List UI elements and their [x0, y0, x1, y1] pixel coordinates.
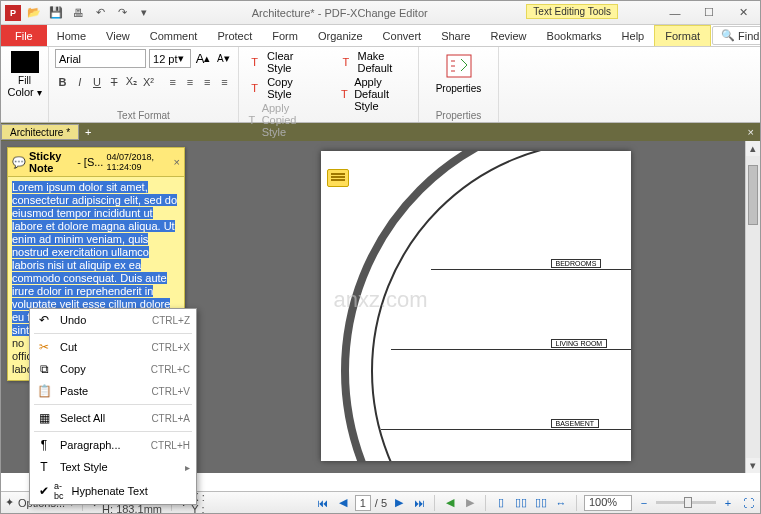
qat-more-icon[interactable]: ▾	[135, 4, 153, 22]
file-tab[interactable]: File	[1, 25, 47, 46]
vertical-scrollbar[interactable]: ▴ ▾	[745, 141, 760, 473]
superscript-icon[interactable]: X²	[141, 72, 156, 91]
ctx-paste[interactable]: 📋PasteCTRL+V	[30, 380, 196, 402]
ctx-select-all[interactable]: ▦Select AllCTRL+A	[30, 407, 196, 429]
align-left-icon[interactable]: ≡	[165, 72, 180, 91]
ctx-undo[interactable]: ↶UndoCTRL+Z	[30, 309, 196, 331]
zoom-in-icon[interactable]: +	[720, 495, 736, 511]
fill-color-group: Fill Color ▾	[1, 47, 49, 122]
close-icon[interactable]: ✕	[726, 2, 760, 24]
styles-group: TClear Style TCopy Style TApply Copied S…	[239, 47, 419, 122]
clear-style-button[interactable]: TClear Style	[245, 49, 320, 75]
help-tab[interactable]: Help	[612, 25, 655, 46]
save-icon[interactable]: 💾	[47, 4, 65, 22]
scroll-thumb[interactable]	[748, 165, 758, 225]
format-tab[interactable]: Format	[654, 25, 711, 46]
font-size-input[interactable]: 12 pt ▾	[149, 49, 191, 68]
shrink-font-icon[interactable]: A▾	[215, 49, 232, 68]
ctx-paragraph[interactable]: ¶Paragraph...CTRL+H	[30, 434, 196, 456]
convert-tab[interactable]: Convert	[373, 25, 432, 46]
nav-first-icon[interactable]: ⏮	[315, 495, 331, 511]
maximize-icon[interactable]: ☐	[692, 2, 726, 24]
document-tab[interactable]: Architecture *	[1, 124, 79, 140]
sticky-close-icon[interactable]: ×	[174, 156, 180, 168]
undo-icon[interactable]: ↶	[91, 4, 109, 22]
sticky-user: [S...	[84, 156, 104, 168]
page-number-input[interactable]: 1	[355, 495, 371, 511]
find-icon: 🔍	[721, 29, 735, 42]
bookmarks-tab[interactable]: Bookmarks	[537, 25, 612, 46]
strike-icon[interactable]: T	[107, 72, 122, 91]
ctx-copy[interactable]: ⧉CopyCTRL+C	[30, 358, 196, 380]
underline-icon[interactable]: U	[89, 72, 104, 91]
options-icon[interactable]: ✦	[5, 496, 14, 509]
fit-width-icon[interactable]: ↔	[553, 495, 569, 511]
zoom-out-icon[interactable]: −	[636, 495, 652, 511]
properties-icon	[445, 53, 473, 79]
sticky-note-icon: 💬	[12, 156, 26, 169]
italic-icon[interactable]: I	[72, 72, 87, 91]
form-tab[interactable]: Form	[262, 25, 308, 46]
apply-copied-icon: T	[247, 112, 257, 128]
fullscreen-icon[interactable]: ⛶	[740, 495, 756, 511]
font-name-input[interactable]: Arial	[55, 49, 146, 68]
view-tab[interactable]: View	[96, 25, 140, 46]
clear-style-icon: T	[247, 54, 262, 70]
nav-next-icon[interactable]: ▶	[391, 495, 407, 511]
floor-line	[391, 349, 631, 350]
apply-default-icon: T	[340, 86, 350, 102]
nav-prev-icon[interactable]: ◀	[335, 495, 351, 511]
make-default-button[interactable]: TMake Default	[338, 49, 413, 75]
redo-icon[interactable]: ↷	[113, 4, 131, 22]
zoom-input[interactable]: 100%	[584, 495, 632, 511]
copy-style-button[interactable]: TCopy Style	[245, 75, 320, 101]
copy-icon: ⧉	[36, 361, 52, 377]
continuous-icon[interactable]: ▯▯	[513, 495, 529, 511]
nav-last-icon[interactable]: ⏭	[411, 495, 427, 511]
floor-line	[381, 429, 631, 430]
scroll-up-icon[interactable]: ▴	[746, 141, 760, 156]
share-tab[interactable]: Share	[431, 25, 480, 46]
apply-default-button[interactable]: TApply Default Style	[338, 75, 413, 113]
floor-line	[431, 269, 631, 270]
page-canvas[interactable]: BEDROOMS LIVING ROOM BASEMENT	[191, 141, 760, 473]
subscript-icon[interactable]: X₂	[124, 72, 139, 91]
bedrooms-label: BEDROOMS	[551, 259, 602, 268]
contextual-tab-label: Text Editing Tools	[526, 4, 618, 19]
align-right-icon[interactable]: ≡	[200, 72, 215, 91]
zoom-slider-thumb[interactable]	[684, 497, 692, 508]
open-icon[interactable]: 📂	[25, 4, 43, 22]
find-label: Find...	[738, 30, 761, 42]
comment-tab[interactable]: Comment	[140, 25, 208, 46]
align-justify-icon[interactable]: ≡	[217, 72, 232, 91]
apply-copied-style-button[interactable]: TApply Copied Style	[245, 101, 320, 139]
two-page-icon[interactable]: ▯▯	[533, 495, 549, 511]
app-icon: P	[5, 5, 21, 21]
align-center-icon[interactable]: ≡	[182, 72, 197, 91]
tabstrip-close-icon[interactable]: ×	[742, 126, 760, 138]
find-button[interactable]: 🔍Find...	[712, 26, 761, 45]
review-tab[interactable]: Review	[480, 25, 536, 46]
fill-color-swatch[interactable]	[11, 51, 39, 73]
grow-font-icon[interactable]: A▴	[194, 49, 211, 68]
properties-label[interactable]: Properties	[436, 83, 482, 94]
context-menu: ↶UndoCTRL+Z ✂CutCTRL+X ⧉CopyCTRL+C 📋Past…	[29, 308, 197, 505]
home-tab[interactable]: Home	[47, 25, 96, 46]
organize-tab[interactable]: Organize	[308, 25, 373, 46]
protect-tab[interactable]: Protect	[207, 25, 262, 46]
page-sticky-note-icon[interactable]	[327, 169, 349, 187]
ctx-hyphenate[interactable]: ✔a-bcHyphenate Text	[30, 478, 196, 504]
single-page-icon[interactable]: ▯	[493, 495, 509, 511]
nav-fwd-icon[interactable]: ▶	[462, 495, 478, 511]
nav-back-icon[interactable]: ◀	[442, 495, 458, 511]
minimize-icon[interactable]: —	[658, 2, 692, 24]
bold-icon[interactable]: B	[55, 72, 70, 91]
copy-style-icon: T	[247, 80, 262, 96]
ctx-text-style[interactable]: TText Style▸	[30, 456, 196, 478]
print-icon[interactable]: 🖶	[69, 4, 87, 22]
hyphen-icon: a-bc	[54, 481, 64, 501]
scroll-down-icon[interactable]: ▾	[746, 458, 760, 473]
new-tab-icon[interactable]: +	[79, 126, 97, 138]
ctx-cut[interactable]: ✂CutCTRL+X	[30, 336, 196, 358]
zoom-slider[interactable]	[656, 501, 716, 504]
